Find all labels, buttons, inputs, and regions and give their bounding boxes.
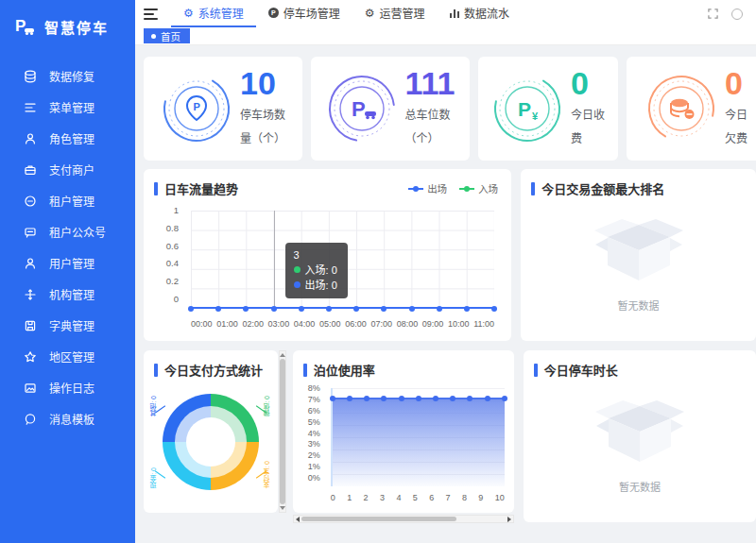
tag-home[interactable]: 首页 — [144, 28, 190, 43]
legend-item-exit[interactable]: 出场 — [408, 181, 447, 195]
stat-value: 0 — [571, 66, 605, 100]
axis-tick-label: 4 — [396, 493, 401, 502]
stat-card-parking-lots: P 10 停车场数 量（个） — [144, 57, 302, 161]
axis-tick-label: 8% — [308, 384, 320, 393]
rank-empty-state: 暂无数据 — [521, 212, 756, 313]
tab-operation-management[interactable]: ⚙ 运营管理 — [352, 0, 438, 27]
avatar[interactable] — [731, 8, 743, 20]
axis-tick-label: 10 — [495, 493, 505, 502]
scroll-left-arrow-icon[interactable] — [296, 517, 300, 522]
slice-label: 支付宝: 0 — [264, 461, 271, 488]
rank-card-title: 今日交易金额最大排名 — [521, 169, 756, 197]
scroll-up-arrow-icon[interactable] — [280, 353, 285, 357]
sidebar-item[interactable]: 地区管理 — [0, 341, 135, 372]
sidebar-item[interactable]: 操作日志 — [0, 372, 135, 403]
empty-text: 暂无数据 — [618, 297, 660, 313]
usage-plot-area[interactable] — [331, 388, 505, 486]
usage-x-axis-labels: 012345678910 — [331, 493, 505, 502]
vertical-scrollbar[interactable] — [279, 350, 286, 513]
axis-tick-label: 0.8 — [166, 224, 179, 233]
usage-area-series — [333, 398, 505, 486]
fullscreen-icon[interactable] — [708, 6, 718, 23]
sidebar-menu: 数据修复 菜单管理 角色管理 支付商户 租户管理 — [0, 60, 135, 434]
empty-box-icon — [587, 394, 693, 469]
tab-system-management[interactable]: ⚙ 系统管理 — [171, 0, 256, 27]
sidebar-item[interactable]: 租户管理 — [0, 185, 135, 216]
coins-icon — [645, 73, 717, 144]
axis-tick-label: 4% — [308, 429, 320, 437]
gear-icon: ⚙ — [183, 8, 194, 19]
legend-item-enter[interactable]: 入场 — [459, 181, 498, 195]
stat-card-total-spaces: P 111 总车位数 （个） — [311, 57, 470, 161]
sidebar-item-label: 菜单管理 — [49, 99, 94, 115]
rank-card: 今日交易金额最大排名 暂无数据 — [521, 169, 756, 341]
sidebar-item[interactable]: 用户管理 — [0, 247, 135, 279]
usage-card-title: 泊位使用率 — [293, 350, 514, 379]
sidebar-item-label: 支付商户 — [49, 161, 94, 178]
sidebar-item-label: 操作日志 — [49, 380, 94, 396]
dashboard-content: P 10 停车场数 量（个） P — [135, 45, 756, 543]
svg-text:P: P — [193, 101, 199, 112]
svg-text:¥: ¥ — [532, 110, 539, 122]
axis-tick-label: 1 — [347, 493, 352, 502]
gear-icon: ⚙ — [365, 8, 375, 19]
collapse-sidebar-icon[interactable] — [144, 8, 158, 20]
stat-value: 0 — [725, 66, 747, 100]
axis-tick-label: 10:00 — [448, 319, 470, 329]
horizontal-scrollbar[interactable] — [293, 515, 514, 523]
scrollbar-thumb[interactable] — [280, 359, 285, 504]
top-tabs: ⚙ 系统管理 P 停车场管理 ⚙ 运营管理 数据流水 — [171, 0, 522, 27]
donut-hole — [186, 417, 235, 467]
sidebar-item-label: 用户管理 — [49, 255, 94, 271]
sidebar-item[interactable]: 租户公众号 — [0, 216, 135, 247]
sidebar-item-label: 字典管理 — [49, 317, 94, 333]
title-bar-decoration — [154, 182, 158, 195]
axis-tick-label: 08:00 — [397, 319, 419, 329]
axis-tick-label: 2 — [364, 493, 369, 502]
topbar: ⚙ 系统管理 P 停车场管理 ⚙ 运营管理 数据流水 — [135, 0, 756, 27]
duration-card: 今日停车时长 暂无数据 — [524, 350, 756, 522]
parking-car-logo-icon: P — [12, 14, 37, 39]
flow-x-axis-labels: 00:0001:0002:0003:0004:0005:0006:0007:00… — [191, 319, 494, 329]
scroll-right-arrow-icon[interactable] — [507, 517, 511, 522]
svg-text:P: P — [518, 98, 531, 120]
payment-donut-chart[interactable]: 其他: 0 微信: 0 现金: 0 支付宝: 0 — [163, 394, 259, 490]
axis-tick-label: 05:00 — [319, 319, 341, 329]
sidebar-item[interactable]: 机构管理 — [0, 279, 135, 310]
main-area: ⚙ 系统管理 P 停车场管理 ⚙ 运营管理 数据流水 — [135, 0, 756, 543]
parking-pin-icon: P — [161, 73, 232, 144]
sidebar-item[interactable]: 支付商户 — [0, 154, 135, 185]
axis-tick-label: 06:00 — [345, 319, 367, 329]
app-logo: P 智慧停车 — [0, 0, 135, 53]
sidebar-item[interactable]: 菜单管理 — [0, 92, 135, 123]
usage-chart-card: 泊位使用率 8%7%6%5%4%3%2%1%0% 012345678910 — [293, 350, 514, 513]
axis-tick-label: 04:00 — [294, 319, 316, 329]
row-payment-usage-duration: 今日支付方式统计 其他: 0 微信: 0 现金: 0 支付宝: 0 — [144, 350, 756, 523]
scroll-down-arrow-icon[interactable] — [280, 506, 285, 510]
payment-pie-card: 今日支付方式统计 其他: 0 微信: 0 现金: 0 支付宝: 0 — [144, 350, 278, 513]
sidebar-item[interactable]: 数据修复 — [0, 60, 135, 92]
svg-text:P: P — [352, 97, 366, 121]
axis-tick-label: 00:00 — [191, 319, 213, 329]
scrollbar-thumb[interactable] — [301, 517, 456, 521]
tab-data-flow[interactable]: 数据流水 — [438, 0, 523, 27]
sidebar-item-label: 租户公众号 — [49, 224, 106, 240]
axis-tick-label: 6% — [308, 406, 320, 415]
legend-line-dot-icon — [459, 188, 474, 190]
axis-tick-label: 5 — [413, 493, 418, 502]
sidebar-item[interactable]: 消息模板 — [0, 403, 135, 434]
axis-tick-label: 9 — [478, 493, 483, 502]
tooltip-crosshair — [274, 211, 275, 308]
duration-empty-state: 暂无数据 — [524, 394, 756, 494]
flow-plot-area[interactable]: 3 入场: 0 出场: 0 — [191, 211, 494, 309]
sidebar-item[interactable]: 角色管理 — [0, 123, 135, 154]
sidebar-item-label: 数据修复 — [49, 68, 94, 84]
axis-tick-label: 0% — [308, 474, 320, 483]
flow-y-axis-labels: 10.80.60.40.20 — [144, 211, 185, 309]
axis-tick-label: 0.6 — [166, 242, 179, 251]
axis-tick-label: 0 — [331, 493, 335, 502]
legend-line-dot-icon — [408, 188, 423, 190]
tab-parking-lot-management[interactable]: P 停车场管理 — [256, 0, 352, 27]
sidebar-item[interactable]: 字典管理 — [0, 310, 135, 341]
axis-tick-label: 3 — [380, 493, 385, 502]
